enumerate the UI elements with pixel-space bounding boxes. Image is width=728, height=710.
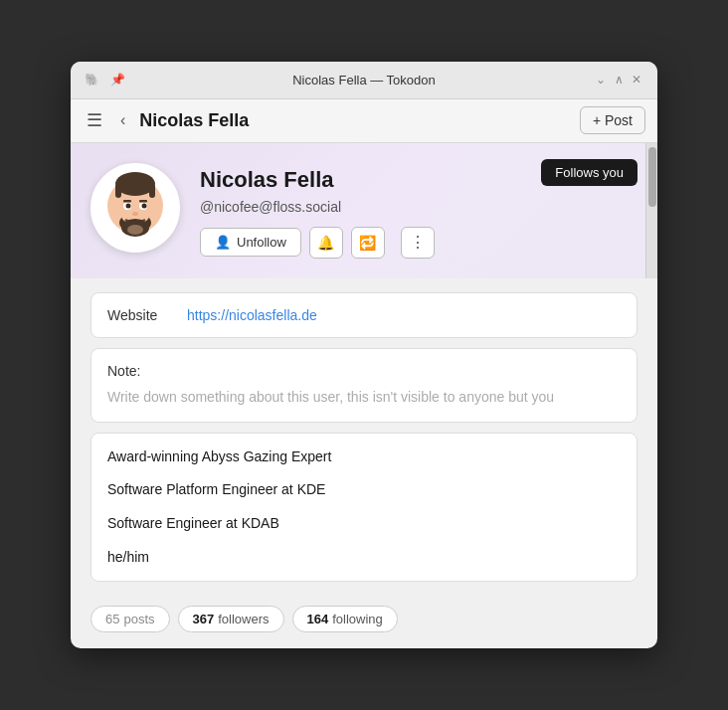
toolbar: ☰ ‹ Nicolas Fella + Post: [71, 99, 657, 143]
followers-button[interactable]: 367 followers: [178, 606, 284, 632]
followers-count: 367: [193, 612, 215, 626]
bell-icon: 🔔: [317, 235, 334, 251]
pin-icon: 📌: [108, 71, 126, 89]
svg-point-14: [127, 225, 143, 235]
posts-button[interactable]: 65 posts: [91, 606, 170, 632]
following-label: following: [332, 612, 383, 626]
svg-rect-11: [139, 200, 147, 203]
scrollbar-thumb: [648, 147, 656, 207]
bio-item-2: Software Platform Engineer at KDE: [107, 480, 621, 500]
menu-button[interactable]: ☰: [83, 105, 106, 135]
window-title: Nicolas Fella — Tokodon: [292, 73, 436, 88]
person-icon: 👤: [215, 235, 231, 250]
bio-card: Award-winning Abyss Gazing Expert Softwa…: [91, 433, 637, 582]
profile-handle: @nicofee@floss.social: [200, 199, 435, 215]
follows-you-badge: Follows you: [541, 159, 637, 186]
boost-icon: 🔁: [359, 235, 376, 251]
profile-info: Nicolas Fella @nicofee@floss.social 👤 Un…: [200, 163, 435, 259]
post-button[interactable]: + Post: [580, 106, 645, 134]
avatar: [91, 163, 180, 253]
toolbar-left: ☰ ‹ Nicolas Fella: [83, 105, 580, 135]
note-card: Note: Write down something about this us…: [91, 348, 637, 423]
website-label: Website: [107, 307, 167, 323]
maximize-button[interactable]: ∧: [610, 71, 628, 89]
minimize-button[interactable]: ⌄: [592, 71, 610, 89]
svg-point-9: [142, 203, 147, 208]
followers-label: followers: [218, 612, 269, 626]
more-options-button[interactable]: ⋮: [401, 227, 435, 259]
app-window: 🐘 📌 Nicolas Fella — Tokodon ⌄ ∧ ✕ ☰ ‹ Ni…: [71, 62, 657, 648]
scrollbar-track[interactable]: [645, 143, 657, 278]
more-icon: ⋮: [410, 233, 426, 252]
posts-count: 65: [105, 612, 119, 626]
close-button[interactable]: ✕: [628, 71, 645, 89]
back-button[interactable]: ‹: [116, 107, 129, 133]
content-area: Website https://nicolasfella.de Note: Wr…: [71, 278, 657, 596]
posts-label: posts: [123, 612, 154, 626]
stats-row: 65 posts 367 followers 164 following: [71, 596, 657, 648]
svg-point-8: [126, 203, 131, 208]
page-title: Nicolas Fella: [139, 110, 249, 131]
following-button[interactable]: 164 following: [292, 606, 398, 632]
profile-name: Nicolas Fella: [200, 167, 435, 193]
bio-item-3: Software Engineer at KDAB: [107, 514, 621, 534]
svg-point-12: [132, 212, 138, 216]
bio-item-4: he/him: [107, 548, 621, 568]
titlebar: 🐘 📌 Nicolas Fella — Tokodon ⌄ ∧ ✕: [71, 62, 657, 99]
svg-rect-3: [149, 184, 155, 198]
profile-header: Nicolas Fella @nicofee@floss.social 👤 Un…: [71, 143, 657, 278]
unfollow-button[interactable]: 👤 Unfollow: [200, 228, 301, 257]
bio-item-1: Award-winning Abyss Gazing Expert: [107, 447, 621, 467]
website-card: Website https://nicolasfella.de: [91, 292, 637, 338]
svg-rect-10: [123, 200, 131, 203]
note-label: Note:: [107, 363, 621, 379]
notifications-button[interactable]: 🔔: [309, 227, 343, 259]
svg-rect-2: [115, 184, 121, 198]
note-placeholder: Write down something about this user, th…: [107, 387, 621, 408]
titlebar-icons: 🐘 📌: [83, 71, 126, 89]
app-icon: 🐘: [83, 71, 100, 89]
profile-actions: 👤 Unfollow 🔔 🔁 ⋮: [200, 227, 435, 259]
website-link[interactable]: https://nicolasfella.de: [187, 307, 317, 323]
following-count: 164: [307, 612, 329, 626]
hide-boost-button[interactable]: 🔁: [351, 227, 385, 259]
